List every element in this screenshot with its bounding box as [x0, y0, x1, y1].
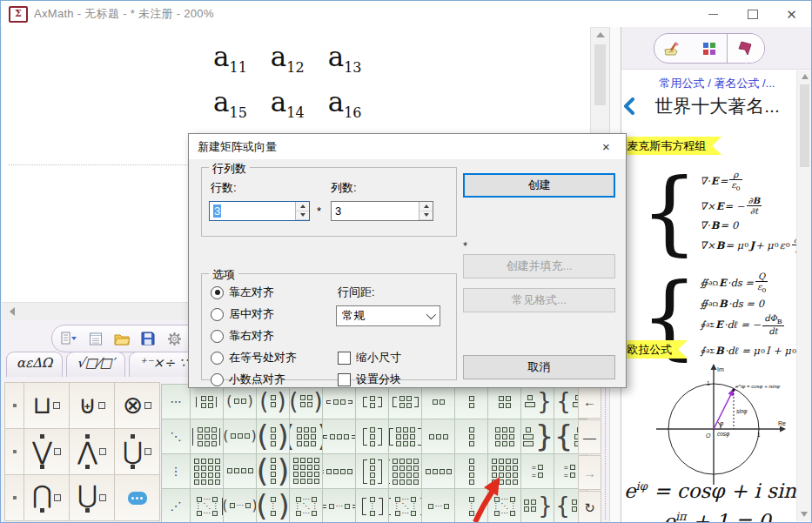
matrix-template-cell[interactable] [191, 385, 223, 419]
matrix-template-cell[interactable] [323, 454, 355, 488]
matrix-template-cell[interactable] [422, 385, 454, 419]
formula-category-title[interactable]: 世界十大著名... [635, 94, 799, 118]
matrix-template-cell[interactable]: () [224, 454, 256, 488]
rows-input[interactable]: 3 [209, 201, 310, 221]
palette-prev-icon[interactable]: ← [578, 384, 601, 419]
matrix-template-cell[interactable]: () [290, 385, 322, 419]
matrix-template-cell[interactable] [422, 419, 454, 453]
maximize-button[interactable] [733, 1, 772, 27]
matrix-template-cell[interactable]: () [257, 385, 289, 419]
radio-在等号处对齐[interactable]: 在等号处对齐 [211, 350, 297, 365]
handwriting-tab[interactable] [654, 34, 691, 63]
euler-formula-2[interactable]: eiπ + 1 = 0 [621, 510, 812, 523]
scroll-up-icon[interactable] [596, 32, 605, 37]
nary-op-cell[interactable]: ⊎ [70, 383, 114, 428]
nary-op-cell[interactable]: ⊗ [115, 383, 159, 428]
matrix-template-cell[interactable]: () [224, 419, 256, 453]
panel-scrollbar[interactable] [796, 70, 812, 521]
matrix-template-cell[interactable]: ⋯⋮⋱⋮⋯ [389, 489, 421, 523]
dots-template-cell[interactable]: ⋰ [162, 489, 190, 523]
matrix-template-cell[interactable] [389, 419, 421, 453]
settings-gear-icon[interactable] [164, 329, 185, 348]
dots-template-cell[interactable]: ⋯ [162, 385, 190, 419]
matrix-template-cell[interactable]: () [290, 454, 322, 488]
radio-小数点对齐[interactable]: 小数点对齐 [211, 372, 285, 387]
checkbox-设置分块[interactable]: 设置分块 [338, 372, 401, 387]
dots-template-cell[interactable]: ⋮ [162, 454, 190, 488]
panel-scroll-thumb[interactable] [800, 84, 809, 167]
matrix-template-cell[interactable]: (⋯⋮⋱⋮⋯) [290, 489, 322, 523]
document-menu-icon[interactable] [59, 329, 80, 348]
matrix-template-cell[interactable] [356, 385, 388, 419]
palette-next-icon[interactable]: → [578, 455, 601, 490]
radio-居中对齐[interactable]: 居中对齐 [211, 306, 274, 322]
matrix-template-cell[interactable]: ⋮ [356, 489, 388, 523]
matrix-entry[interactable]: a14 [271, 86, 305, 121]
row-spacing-select[interactable]: 常规 [336, 305, 440, 326]
cancel-button[interactable]: 取消 [463, 355, 615, 379]
matrix-template-cell[interactable] [356, 419, 388, 453]
checkbox-缩小尺寸[interactable]: 缩小尺寸 [338, 350, 401, 365]
matrix-template-cell[interactable]: == [521, 454, 554, 488]
nary-op-cell[interactable]: ⋀ [70, 429, 114, 474]
symbol-grid-tab[interactable] [691, 34, 728, 63]
matrix-template-cell[interactable] [356, 454, 388, 488]
mini-placeholder-cell[interactable] [5, 429, 23, 474]
palette-splitter[interactable] [605, 380, 606, 520]
matrix-template-cell[interactable]: } [521, 419, 554, 453]
cols-input[interactable]: 3 [331, 201, 433, 221]
matrix-template-cell[interactable] [191, 419, 223, 453]
create-button[interactable]: 创建 [463, 173, 615, 198]
open-folder-icon[interactable] [111, 329, 132, 348]
matrix-template-cell[interactable]: () [257, 419, 289, 453]
maxwell-section-tag[interactable]: . 麦克斯韦方程组 [619, 137, 721, 155]
mini-placeholder-cell[interactable] [5, 383, 23, 428]
matrix-template-cell[interactable]: } [521, 385, 554, 419]
nary-op-cell[interactable]: ⋃ [115, 429, 159, 474]
palette-cycle-icon[interactable]: ↻ [578, 491, 601, 523]
radio-靠右对齐[interactable]: 靠右对齐 [211, 328, 274, 344]
matrix-template-cell[interactable]: () [257, 454, 289, 488]
comment-bubble-icon[interactable] [115, 475, 159, 520]
matrix-entry[interactable]: a11 [213, 41, 247, 76]
minimize-button[interactable] [694, 1, 733, 27]
matrix-template-cell[interactable]: ⋯⋮⋱⋮⋯ [191, 489, 223, 523]
matrix-template-cell[interactable] [488, 385, 520, 419]
matrix-template-cell[interactable] [488, 419, 520, 453]
euler-section-tag[interactable]: . 欧拉公式 [619, 340, 688, 359]
matrix-template-cell[interactable]: } [521, 489, 554, 523]
create-and-fill-button[interactable]: 创建并填充... [463, 254, 615, 278]
matrix-template-cell[interactable]: (⋮) [257, 489, 289, 523]
rows-spinner[interactable] [295, 202, 309, 220]
matrix-template-cell[interactable]: () [290, 419, 322, 453]
nary-op-cell[interactable]: ⊔ [24, 383, 69, 428]
formula-breadcrumb[interactable]: 常用公式 / 著名公式 /... [621, 76, 812, 91]
matrix-template-cell[interactable]: (⋯) [224, 489, 256, 523]
radio-靠左对齐[interactable]: 靠左对齐 [211, 285, 274, 300]
palette-collapse-icon[interactable]: ― [578, 419, 601, 454]
cols-spinner[interactable] [419, 202, 433, 220]
scroll-left-icon[interactable] [10, 307, 15, 316]
matrix-entry[interactable]: a15 [213, 86, 247, 121]
matrix-template-cell[interactable]: ⋯ [323, 489, 355, 523]
matrix-template-cell[interactable] [191, 454, 223, 488]
nary-op-cell[interactable]: ⋂ [24, 475, 69, 520]
matrix-template-cell[interactable]: () [224, 385, 256, 419]
mini-placeholder-cell[interactable] [5, 475, 23, 520]
matrix-template-cell[interactable] [323, 419, 355, 453]
matrix-entry[interactable]: a16 [328, 86, 362, 121]
dots-template-cell[interactable]: ⋱ [162, 419, 190, 453]
matrix-entry[interactable]: a12 [271, 41, 305, 76]
matrix-template-cell[interactable] [389, 454, 421, 488]
nary-op-cell[interactable]: ⋃ [70, 475, 114, 520]
common-formats-button[interactable]: 常见格式... [463, 288, 615, 312]
panel-scroll-down-icon[interactable] [801, 512, 808, 517]
matrix-entry[interactable]: a13 [328, 41, 362, 76]
close-button[interactable]: ✕ [772, 1, 811, 27]
matrix-template-cell[interactable] [455, 385, 487, 419]
euler-formula-1[interactable]: eiφ = cosφ + i sinφ [621, 479, 812, 502]
matrix-template-cell[interactable] [455, 419, 487, 453]
prev-category-icon[interactable] [623, 97, 635, 115]
matrix-template-cell[interactable] [389, 385, 421, 419]
bookmark-tab[interactable] [727, 34, 764, 63]
